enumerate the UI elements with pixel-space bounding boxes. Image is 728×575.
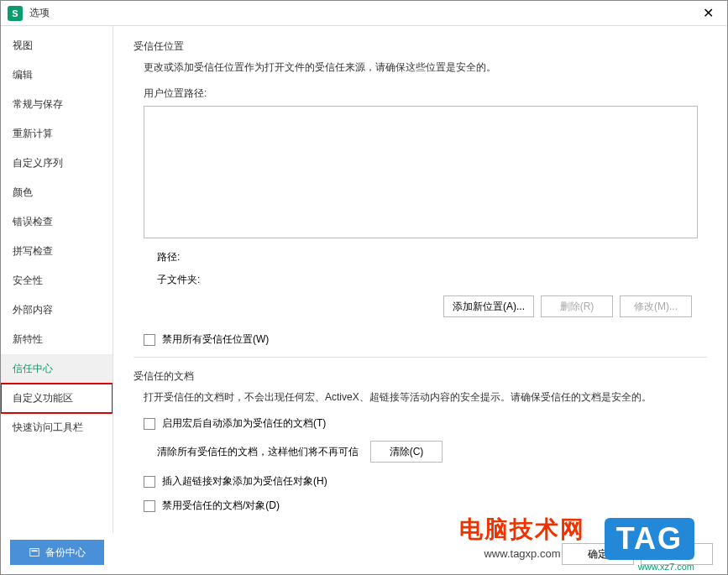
auto-add-checkbox[interactable] [144,418,155,430]
hyperlink-label: 插入超链接对象添加为受信任对象(H) [162,474,327,489]
sidebar-item[interactable]: 外部内容 [1,295,113,325]
sidebar-item[interactable]: 错误检查 [1,207,113,237]
sidebar-item[interactable]: 拼写检查 [1,237,113,266]
remove-button: 删除(R) [541,295,613,317]
trusted-docs-title: 受信任的文档 [134,369,707,384]
user-path-label: 用户位置路径: [134,86,707,101]
watermark-tag: TAG [605,518,694,560]
sidebar: 视图编辑常规与保存重新计算自定义序列颜色错误检查拼写检查安全性外部内容新特性信任… [1,26,113,533]
modify-button: 修改(M)... [620,295,692,317]
section-divider [134,357,707,358]
tag-box: TAG [605,518,694,560]
disable-docs-checkbox[interactable] [144,500,155,512]
subfolder-label: 子文件夹: [157,273,224,287]
clear-desc: 清除所有受信任的文档，这样他们将不再可信 [157,445,359,459]
sidebar-item[interactable]: 新特性 [1,325,113,354]
sidebar-item[interactable]: 常规与保存 [1,90,113,119]
sidebar-item[interactable]: 信任中心 [1,354,113,384]
watermark-tech: 电脑技术网 www.tagxp.com [459,514,585,560]
sidebar-item[interactable]: 安全性 [1,266,113,295]
hyperlink-checkbox[interactable] [144,476,155,488]
app-icon: S [8,6,23,21]
trusted-location-title: 受信任位置 [134,39,707,54]
sidebar-item[interactable]: 重新计算 [1,119,113,149]
sidebar-item[interactable]: 颜色 [1,178,113,207]
trusted-location-desc: 更改或添加受信任位置作为打开文件的受信任来源，请确保这些位置是安全的。 [134,60,707,75]
disable-docs-label: 禁用受信任的文档/对象(D) [162,499,280,513]
add-location-button[interactable]: 添加新位置(A)... [443,295,534,317]
content-pane: 受信任位置 更改或添加受信任位置作为打开文件的受信任来源，请确保这些位置是安全的… [113,26,727,533]
disable-all-checkbox[interactable] [144,334,155,346]
sidebar-item[interactable]: 快速访问工具栏 [1,413,113,442]
titlebar: S 选项 ✕ [1,1,727,26]
url-text: www.tagxp.com [459,547,585,560]
window-title: 选项 [29,6,695,20]
close-icon[interactable]: ✕ [695,5,720,21]
auto-add-label: 启用宏后自动添加为受信任的文档(T) [162,416,326,431]
tech-text: 电脑技术网 [459,514,585,546]
user-path-listbox[interactable] [144,106,698,238]
path-label: 路径: [157,250,224,264]
disable-all-label: 禁用所有受信任位置(W) [162,332,269,347]
trusted-docs-desc: 打开受信任的文档时，不会出现任何宏、ActiveX、超链接等活动内容的安全提示。… [134,390,707,405]
sidebar-item[interactable]: 视图 [1,31,113,60]
sidebar-item[interactable]: 编辑 [1,60,113,90]
sub-url: www.xz7.com [638,562,694,572]
clear-button[interactable]: 清除(C) [370,441,443,463]
sidebar-item[interactable]: 自定义序列 [1,149,113,178]
sidebar-item[interactable]: 自定义功能区 [1,384,113,413]
